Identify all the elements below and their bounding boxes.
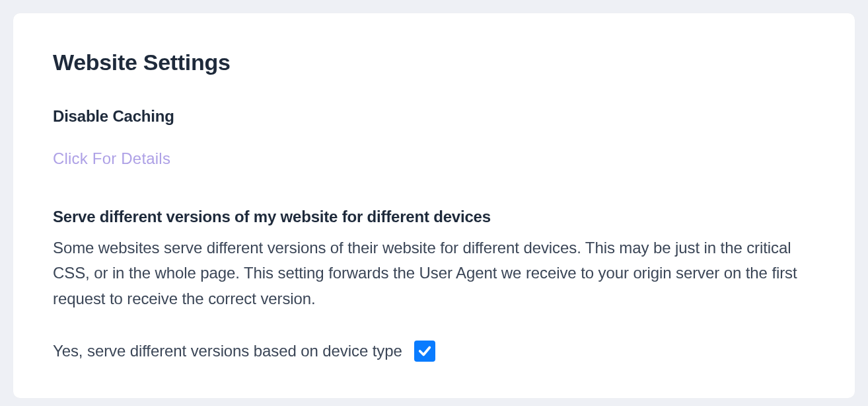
page-title: Website Settings xyxy=(53,50,815,75)
device-versions-checkbox[interactable] xyxy=(414,341,435,362)
disable-caching-heading: Disable Caching xyxy=(53,107,815,126)
device-versions-checkbox-label: Yes, serve different versions based on d… xyxy=(53,342,402,360)
settings-card: Website Settings Disable Caching Click F… xyxy=(13,13,855,398)
device-versions-heading: Serve different versions of my website f… xyxy=(53,208,815,226)
device-versions-description: Some websites serve different versions o… xyxy=(53,235,815,311)
click-for-details-link[interactable]: Click For Details xyxy=(53,149,170,168)
device-versions-checkbox-row: Yes, serve different versions based on d… xyxy=(53,341,815,362)
